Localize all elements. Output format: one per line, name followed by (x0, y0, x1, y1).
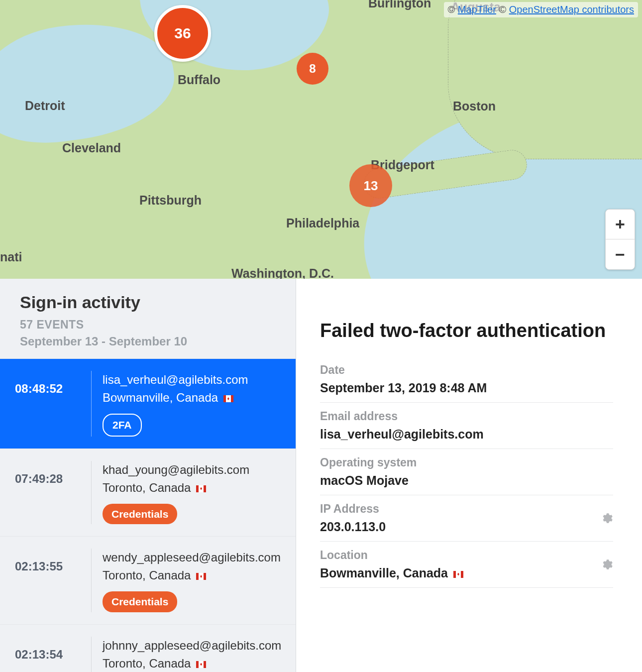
map-landmass (448, 0, 642, 159)
event-location: Toronto, Canada (103, 566, 282, 584)
event-time: 02:13:55 (15, 549, 87, 573)
event-tag: 2FA (103, 414, 142, 437)
field-date: Date September 13, 2019 8:48 AM (320, 356, 613, 403)
event-row[interactable]: 08:48:52lisa_verheul@agilebits.comBowman… (0, 358, 296, 448)
field-value: Bowmanville, Canada (320, 566, 613, 580)
events-count: 57 EVENTS (20, 318, 276, 332)
gear-icon[interactable] (600, 558, 613, 571)
flag-icon (223, 395, 233, 402)
field-email: Email address lisa_verheul@agilebits.com (320, 403, 613, 449)
event-tag: Credentials (103, 591, 177, 612)
divider (91, 549, 92, 612)
zoom-in-button[interactable]: + (606, 210, 635, 239)
event-row[interactable]: 07:49:28khad_young@agilebits.comToronto,… (0, 448, 296, 537)
event-email: johnny_appleseed@agilebits.com (103, 637, 282, 655)
field-os: Operating system macOS Mojave (320, 449, 613, 495)
event-location: Toronto, Canada (103, 479, 282, 497)
map-panel[interactable]: Buffalo Detroit Cleveland Pittsburgh Phi… (0, 0, 642, 279)
map-attribution: © MapTiler © OpenStreetMap contributors (444, 2, 638, 17)
event-tag: Credentials (103, 504, 177, 525)
city-label-boston: Boston (453, 99, 496, 113)
city-label-philadelphia: Philadelphia (286, 216, 359, 230)
event-time: 02:13:54 (15, 637, 87, 662)
flag-icon (196, 485, 206, 492)
city-label-burlington: Burlington (368, 0, 431, 10)
map-cluster-8[interactable]: 8 (297, 53, 328, 85)
event-email: wendy_appleseed@agilebits.com (103, 549, 282, 566)
city-label-pittsburgh: Pittsburgh (139, 193, 202, 208)
signin-activity-panel: Sign-in activity 57 EVENTS September 13 … (0, 279, 296, 672)
field-label: Date (320, 363, 613, 377)
field-ip: IP Address 203.0.113.0 (320, 495, 613, 542)
event-row[interactable]: 02:13:54johnny_appleseed@agilebits.comTo… (0, 624, 296, 672)
map-cluster-13[interactable]: 13 (349, 164, 392, 207)
maptiler-link[interactable]: MapTiler (458, 4, 496, 15)
field-location: Location Bowmanville, Canada (320, 542, 613, 588)
event-time: 07:49:28 (15, 461, 87, 486)
osm-link[interactable]: OpenStreetMap contributors (509, 4, 634, 15)
field-label: Location (320, 549, 613, 562)
divider (91, 371, 92, 437)
flag-icon (196, 573, 206, 580)
city-label-nati: nati (0, 250, 22, 264)
events-date-range: September 13 - September 10 (20, 335, 276, 348)
map-cluster-36[interactable]: 36 (154, 5, 211, 62)
city-label-washington: Washington, D.C. (231, 266, 334, 279)
field-value: lisa_verheul@agilebits.com (320, 427, 613, 442)
event-email: lisa_verheul@agilebits.com (103, 371, 282, 389)
divider (91, 461, 92, 525)
city-label-cleveland: Cleveland (62, 141, 121, 155)
field-label: Email address (320, 410, 613, 423)
detail-title: Failed two-factor authentication (320, 320, 613, 342)
city-label-detroit: Detroit (25, 99, 65, 113)
event-row[interactable]: 02:13:55wendy_appleseed@agilebits.comTor… (0, 536, 296, 624)
signin-title: Sign-in activity (20, 293, 276, 312)
field-value: macOS Mojave (320, 473, 613, 488)
event-list: 08:48:52lisa_verheul@agilebits.comBowman… (0, 358, 296, 672)
divider (91, 637, 92, 672)
flag-icon (196, 661, 206, 668)
field-value: September 13, 2019 8:48 AM (320, 381, 613, 395)
gear-icon[interactable] (600, 512, 613, 525)
city-label-buffalo: Buffalo (178, 73, 220, 87)
zoom-control: + − (605, 209, 635, 270)
field-label: Operating system (320, 456, 613, 469)
event-location: Toronto, Canada (103, 655, 282, 672)
event-time: 08:48:52 (15, 371, 87, 396)
zoom-out-button[interactable]: − (606, 239, 635, 269)
field-label: IP Address (320, 502, 613, 516)
event-location: Bowmanville, Canada (103, 389, 282, 407)
flag-icon (453, 571, 463, 578)
field-value: 203.0.113.0 (320, 520, 613, 534)
event-detail-panel: Failed two-factor authentication Date Se… (296, 279, 642, 672)
event-email: khad_young@agilebits.com (103, 461, 282, 479)
